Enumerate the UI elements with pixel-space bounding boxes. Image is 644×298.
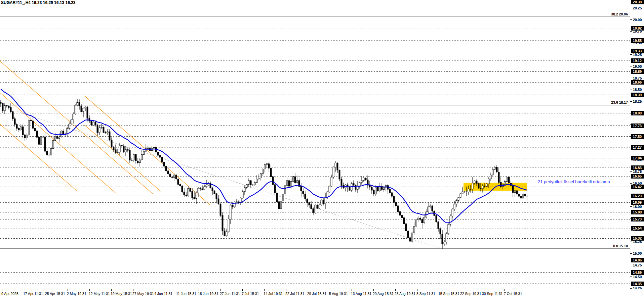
candle <box>125 150 126 152</box>
time-label: 8 Sep 11:31 <box>416 292 435 296</box>
candle <box>339 170 340 179</box>
candle <box>317 205 318 208</box>
candle <box>395 202 397 206</box>
candle <box>216 194 217 199</box>
price-level-label: 16.83 <box>631 165 644 170</box>
candle <box>361 181 362 183</box>
candle <box>107 132 108 133</box>
candle <box>490 175 491 179</box>
candle <box>228 219 229 232</box>
candle <box>252 185 253 185</box>
candle <box>514 191 516 192</box>
candle <box>73 114 74 120</box>
candle <box>266 164 268 164</box>
candle <box>250 181 251 185</box>
candle <box>161 157 163 162</box>
chart-plot-area[interactable]: 38.2 20.0623.6 18.170.0 15.10 <box>0 0 630 289</box>
price-tick-mark <box>630 288 632 289</box>
candle <box>341 179 342 186</box>
candle <box>506 177 508 182</box>
price-tick-mark <box>630 253 632 254</box>
candle <box>278 202 280 209</box>
candle <box>95 122 96 125</box>
ema-annotation-text[interactable]: 21 periyotluk üssel hareketli ortalama <box>538 179 610 184</box>
candle <box>234 202 235 207</box>
gray-trendline <box>12 110 441 249</box>
candle <box>488 179 489 184</box>
time-axis[interactable]: 9 Apr 202517 Apr 11:3125 Apr 15:312 May … <box>0 289 644 298</box>
candle <box>69 124 70 128</box>
candle <box>153 148 155 148</box>
time-label: 4 Jun 11:31 <box>154 292 172 296</box>
candle <box>42 137 44 137</box>
candle <box>117 152 118 153</box>
price-tick-mark <box>630 90 632 90</box>
candle <box>518 194 520 196</box>
candle <box>448 225 449 234</box>
price-level-label: 18.66 <box>631 80 644 85</box>
candle <box>200 188 201 189</box>
candle <box>274 185 276 193</box>
time-tick-mark <box>68 289 68 291</box>
candle <box>383 187 385 189</box>
candle <box>91 121 92 125</box>
time-tick-mark <box>330 289 330 291</box>
candle <box>307 199 308 203</box>
time-label: 30 Sep 11:31 <box>482 292 503 296</box>
price-tick-mark <box>630 8 632 8</box>
time-label: 19 May 15:31 <box>111 292 132 296</box>
candle <box>470 189 471 189</box>
candle <box>34 128 36 131</box>
candle <box>2 103 3 111</box>
candle <box>466 192 467 192</box>
time-tick-mark <box>242 289 243 291</box>
current-price-label: 16.23 <box>631 194 644 198</box>
candle <box>321 200 322 205</box>
candle <box>26 135 28 138</box>
candle <box>222 215 223 231</box>
candle <box>309 203 310 205</box>
candle <box>61 131 62 137</box>
candle <box>167 171 169 174</box>
candle <box>133 154 134 160</box>
candle <box>369 185 370 187</box>
chart-canvas[interactable] <box>0 0 630 289</box>
candle <box>311 205 312 209</box>
ema-line <box>1 89 527 223</box>
candle <box>419 218 421 219</box>
candle <box>405 224 407 231</box>
candle <box>272 177 274 185</box>
candle <box>432 206 433 211</box>
time-label: 7 Oct 15:31 <box>504 292 522 296</box>
price-axis[interactable]: 14.2514.5014.7515.0015.2515.5015.7516.00… <box>630 0 644 289</box>
time-label: 9 Apr 2025 <box>1 292 18 296</box>
candle <box>456 200 457 204</box>
candle <box>512 186 514 193</box>
candle <box>244 188 245 192</box>
candle <box>22 127 24 135</box>
candle <box>296 181 298 183</box>
candle <box>173 175 175 178</box>
candle <box>280 201 282 209</box>
time-tick-mark <box>417 289 417 291</box>
candle <box>137 161 138 162</box>
price-level-label: 15.73 <box>631 217 644 221</box>
candle <box>399 212 401 215</box>
time-label: 22 Jul 11:31 <box>285 292 304 296</box>
candle <box>393 196 395 202</box>
time-label: 22 Sep 19:31 <box>460 292 481 296</box>
candle <box>436 215 437 222</box>
price-level-label: 17.50 <box>631 134 644 139</box>
price-level-label: 14.59 <box>631 270 644 275</box>
candle <box>12 112 13 119</box>
candle <box>63 131 64 134</box>
time-label: 13 Aug 11:31 <box>351 292 371 296</box>
price-tick-mark <box>630 171 632 172</box>
candle <box>391 193 393 196</box>
candle <box>58 137 60 138</box>
candle <box>480 188 481 189</box>
fib-level-label: 23.6 18.17 <box>591 100 628 104</box>
candle <box>248 181 249 184</box>
candle <box>36 131 38 137</box>
time-tick-mark <box>505 289 505 291</box>
